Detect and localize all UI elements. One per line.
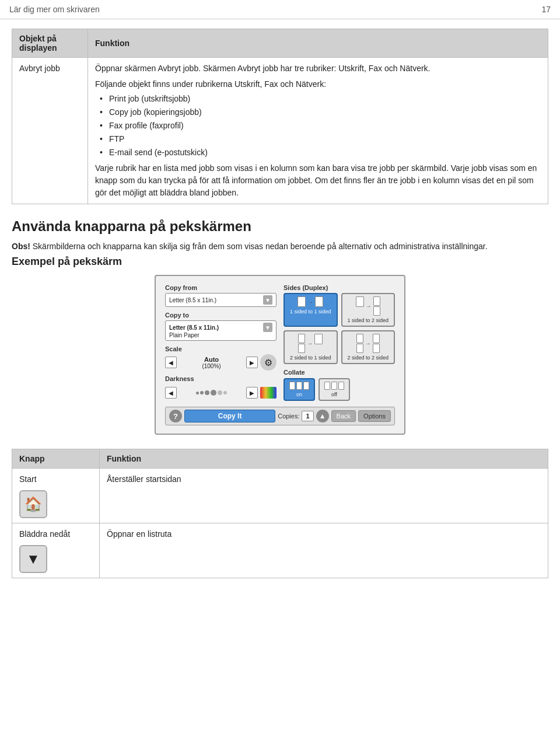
- duplex-icon-2to1: →: [298, 334, 323, 353]
- bläddra-label: Bläddra nedåt: [19, 528, 92, 540]
- table-row: Avbryt jobb Öppnar skärmen Avbryt jobb. …: [12, 58, 548, 204]
- duplex-label-1to1: 1 sided to 1 sided: [290, 309, 331, 315]
- start-knapp-cell: Start 🏠: [12, 469, 100, 523]
- dot-3: [205, 390, 209, 395]
- darkness-increase-button[interactable]: ▶: [246, 387, 258, 399]
- copies-label: Copies:: [278, 413, 299, 420]
- knapp-header: Knapp: [12, 449, 100, 469]
- example-heading: Exempel på pekskärm: [12, 256, 548, 268]
- dot-2: [200, 391, 204, 394]
- obs-label: Obs!: [12, 242, 30, 251]
- scale-percent: (100%): [179, 363, 244, 369]
- scale-increase-button[interactable]: ▶: [246, 357, 258, 368]
- collate-pages-on: [289, 382, 309, 390]
- list-item: E-mail send (e-postutskick): [100, 146, 541, 159]
- duplex-page-small: [298, 344, 305, 353]
- copy-from-label: Copy from: [165, 284, 276, 291]
- start-icon-button[interactable]: 🏠: [19, 490, 47, 518]
- list-item: Print job (utskriftsjobb): [100, 93, 541, 105]
- duplex-btn-1to2[interactable]: → 1 sided to 2 sided: [341, 293, 396, 327]
- options-button[interactable]: Options: [358, 410, 391, 422]
- col2-header: Funktion: [88, 29, 548, 58]
- duplex-page-double: [373, 334, 380, 353]
- duplex-icon-2to2: →: [356, 334, 380, 353]
- darkness-label: Darkness: [165, 375, 276, 382]
- scroll-down-icon-button[interactable]: ▼: [19, 545, 47, 573]
- table-row-bläddra: Bläddra nedåt ▼ Öppnar en listruta: [12, 523, 548, 578]
- bullet-list: Print job (utskriftsjobb) Copy job (kopi…: [95, 93, 541, 159]
- darkness-block: Darkness ◀ ▶: [165, 375, 276, 399]
- duplex-label-2to1: 2 sided to 1 sided: [290, 355, 331, 361]
- duplex-page-double: [373, 296, 380, 316]
- copies-increase-button[interactable]: ▲: [316, 410, 329, 422]
- screen-bottom-bar: ? Copy It Copies: 1 ▲ Back Options: [165, 407, 395, 425]
- darkness-row: ◀ ▶: [165, 387, 276, 399]
- duplex-btn-2to1[interactable]: → 2 sided to 1 sided: [284, 330, 338, 364]
- sides-label: Sides (Duplex): [284, 284, 395, 291]
- duplex-page-small: [373, 334, 380, 343]
- table-row-start: Start 🏠 Återställer startsidan: [12, 469, 548, 523]
- copy-to-arrow-icon[interactable]: ▼: [263, 323, 272, 332]
- duplex-icon-1to1: →: [298, 296, 323, 307]
- duplex-page-small: [298, 334, 305, 343]
- copy-to-dropdown[interactable]: Letter (8.5 x 11in.) ▼ Plain Paper: [165, 320, 276, 341]
- copy-to-value: Letter (8.5 x 11in.): [169, 324, 219, 331]
- home-icon: 🏠: [24, 494, 42, 515]
- collate-section: Collate on: [284, 369, 395, 401]
- start-label: Start: [19, 473, 92, 485]
- func-cell: Öppnar skärmen Avbryt jobb. Skärmen Avbr…: [88, 58, 548, 204]
- obs-paragraph: Obs! Skärmbilderna och knapparna kan ski…: [12, 242, 548, 251]
- back-button[interactable]: Back: [331, 410, 356, 422]
- dot-4: [211, 390, 216, 396]
- func-line3: Varje rubrik har en lista med jobb som v…: [95, 162, 541, 199]
- duplex-arrow-icon: →: [307, 299, 313, 305]
- collate-btn-on[interactable]: on: [284, 378, 315, 401]
- darkness-decrease-button[interactable]: ◀: [165, 387, 177, 399]
- duplex-arrow-icon: →: [307, 340, 313, 347]
- scale-block: Scale ◀ Auto (100%) ▶ ⚙: [165, 345, 276, 371]
- collate-page: [324, 382, 330, 390]
- collate-page: [289, 382, 295, 390]
- copy-it-button[interactable]: Copy It: [184, 410, 275, 422]
- duplex-page-small: [373, 296, 380, 306]
- scale-label: Scale: [165, 345, 276, 352]
- collate-label-off: off: [331, 392, 337, 397]
- collate-page: [303, 382, 309, 390]
- list-item: FTP: [100, 133, 541, 145]
- duplex-label-1to2: 1 sided to 2 sided: [347, 317, 388, 323]
- bläddra-func-cell: Öppnar en listruta: [100, 523, 548, 578]
- list-item: Fax profile (faxprofil): [100, 120, 541, 132]
- duplex-grid: → 1 sided to 1 sided →: [284, 293, 395, 364]
- scale-decrease-button[interactable]: ◀: [165, 357, 177, 368]
- page-header: Lär dig mer om skrivaren 17: [0, 0, 560, 19]
- page-number: 17: [541, 5, 551, 14]
- screen-right: Sides (Duplex) → 1 sided to 1 sided: [284, 284, 395, 401]
- ref-table: Knapp Funktion Start 🏠 Återställer start…: [12, 449, 548, 578]
- duplex-page: [315, 296, 323, 307]
- darkness-dots: [179, 390, 244, 396]
- col1-header: Objekt på displayen: [12, 29, 88, 58]
- duplex-page: [356, 296, 364, 307]
- dot-5: [218, 390, 222, 395]
- duplex-page-double: [298, 334, 305, 353]
- duplex-label-2to2: 2 sided to 2 sided: [347, 355, 388, 361]
- duplex-btn-2to2[interactable]: → 2 sided to 2 sided: [341, 330, 396, 364]
- copy-from-arrow-icon[interactable]: ▼: [263, 295, 272, 305]
- screen-main-row: Copy from Letter (8.5 x 11in.) ▼ Copy to…: [165, 284, 395, 401]
- obs-text-content: Skärmbilderna och knapparna kan skilja s…: [33, 242, 488, 251]
- copy-to-label: Copy to: [165, 312, 276, 319]
- page-title: Lär dig mer om skrivaren: [9, 5, 100, 14]
- duplex-icon-1to2: →: [356, 296, 380, 316]
- copy-from-dropdown[interactable]: Letter (8.5 x 11in.) ▼: [165, 293, 276, 307]
- copies-value: 1: [302, 411, 313, 421]
- collate-btn-off[interactable]: off: [318, 378, 350, 401]
- help-button[interactable]: ?: [169, 410, 182, 422]
- dot-6: [223, 391, 227, 394]
- duplex-page-small: [356, 334, 363, 343]
- collate-page: [331, 382, 337, 390]
- copy-from-value: Letter (8.5 x 11in.): [169, 297, 216, 303]
- duplex-page-double: [356, 334, 363, 353]
- duplex-page-small: [356, 344, 363, 353]
- dot-1: [196, 392, 199, 394]
- duplex-btn-1to1[interactable]: → 1 sided to 1 sided: [284, 293, 338, 327]
